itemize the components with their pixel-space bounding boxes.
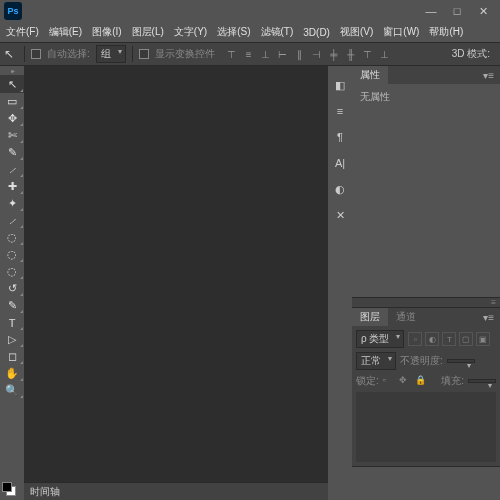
align-top-icon[interactable]: ⊤ [225,47,239,61]
tool-column: ↖ ▭ ✥ ✄ ✎ ⟋ ✚ ✦ ⟋ ◌ ◌ ◌ ↺ ✎ T ▷ ◻ ✋ 🔍 [0,66,24,500]
minimize-button[interactable]: — [418,2,444,20]
crop-tool[interactable]: ✄ [0,127,24,144]
auto-select-label: 自动选择: [47,47,90,61]
maximize-button[interactable]: □ [444,2,470,20]
filter-shape-icon[interactable]: ▢ [459,332,473,346]
align-right-icon[interactable]: ⊣ [310,47,324,61]
align-left-icon[interactable]: ⊢ [276,47,290,61]
layers-menu-icon[interactable]: ▾≡ [477,312,500,323]
panel-icon-1[interactable]: ◧ [328,74,352,96]
menu-help[interactable]: 帮助(H) [425,23,467,41]
distribute-bottom-icon[interactable]: ⊥ [378,47,392,61]
show-transform-checkbox[interactable] [139,49,149,59]
brush-tool[interactable]: ✚ [0,178,24,195]
menu-image[interactable]: 图像(I) [88,23,125,41]
timeline-panel[interactable]: 时间轴 [24,482,328,500]
auto-select-dropdown[interactable]: 组 [96,45,126,63]
menubar: 文件(F) 编辑(E) 图像(I) 图层(L) 文字(Y) 选择(S) 滤镜(T… [0,22,500,42]
menu-file[interactable]: 文件(F) [2,23,43,41]
align-vcenter-icon[interactable]: ≡ [242,47,256,61]
lock-all-icon[interactable]: 🔒 [415,375,428,388]
show-transform-label: 显示变换控件 [155,47,215,61]
eraser-tool[interactable]: ◌ [0,229,24,246]
marquee-tool[interactable]: ▭ [0,93,24,110]
fill-label: 填充: [441,374,464,388]
filter-pixel-icon[interactable]: ▫ [408,332,422,346]
channels-tab[interactable]: 通道 [388,308,424,326]
lasso-tool[interactable]: ✥ [0,110,24,127]
type-tool[interactable]: T [0,314,24,331]
align-buttons: ⊤ ≡ ⊥ ⊢ ∥ ⊣ ╪ ╫ ⊤ ⊥ [225,47,392,61]
app-logo: Ps [4,2,22,20]
lock-position-icon[interactable]: ✥ [399,375,412,388]
menu-window[interactable]: 窗口(W) [379,23,423,41]
distribute-top-icon[interactable]: ⊤ [361,47,375,61]
blend-mode-dropdown[interactable]: 正常 [356,352,396,370]
canvas-area: 时间轴 [24,66,328,500]
zoom-tool[interactable]: 🔍 [0,382,24,399]
dodge-tool[interactable]: ↺ [0,280,24,297]
layer-kind-dropdown[interactable]: ρ 类型 [356,330,404,348]
fill-field[interactable] [468,379,496,383]
properties-body: 无属性 [352,84,500,297]
stamp-tool[interactable]: ✦ [0,195,24,212]
filter-type-icon[interactable]: T [442,332,456,346]
healing-tool[interactable]: ⟋ [0,161,24,178]
gradient-tool[interactable]: ◌ [0,246,24,263]
panel-icon-strip: ◧ ≡ ¶ A| ◐ ✕ [328,66,352,500]
opacity-field[interactable] [447,359,475,363]
layers-list[interactable] [356,392,496,462]
distribute-h-icon[interactable]: ╪ [327,47,341,61]
lock-label: 锁定: [356,374,379,388]
properties-menu-icon[interactable]: ▾≡ [477,70,500,81]
distribute-v-icon[interactable]: ╫ [344,47,358,61]
history-brush-tool[interactable]: ⟋ [0,212,24,229]
align-hcenter-icon[interactable]: ∥ [293,47,307,61]
canvas[interactable] [24,66,328,482]
lock-pixels-icon[interactable]: ▫ [383,375,396,388]
shape-tool[interactable]: ◻ [0,348,24,365]
properties-panel: 属性 ▾≡ 无属性 [352,66,500,308]
titlebar: Ps — □ ✕ [0,0,500,22]
menu-filter[interactable]: 滤镜(T) [257,23,298,41]
panel-icon-4[interactable]: A| [328,152,352,174]
panel-icon-3[interactable]: ¶ [328,126,352,148]
menu-layer[interactable]: 图层(L) [128,23,168,41]
layers-tab[interactable]: 图层 [352,308,388,326]
opacity-label: 不透明度: [400,354,443,368]
foreground-color[interactable] [2,482,12,492]
move-tool-icon[interactable]: ↖ [4,47,18,61]
color-swatches[interactable] [0,478,24,500]
properties-footer [352,297,500,307]
hand-tool[interactable]: ✋ [0,365,24,382]
menu-3d[interactable]: 3D(D) [299,25,334,40]
eyedropper-tool[interactable]: ✎ [0,144,24,161]
panel-icon-2[interactable]: ≡ [328,100,352,122]
properties-tab[interactable]: 属性 [352,66,388,84]
options-bar: ↖ 自动选择: 组 显示变换控件 ⊤ ≡ ⊥ ⊢ ∥ ⊣ ╪ ╫ ⊤ ⊥ 3D … [0,42,500,66]
menu-select[interactable]: 选择(S) [213,23,254,41]
panel-icon-5[interactable]: ◐ [328,178,352,200]
filter-smart-icon[interactable]: ▣ [476,332,490,346]
tool-column-collapse[interactable] [0,66,24,76]
align-bottom-icon[interactable]: ⊥ [259,47,273,61]
menu-edit[interactable]: 编辑(E) [45,23,86,41]
3d-mode-label: 3D 模式: [452,47,496,61]
move-tool[interactable]: ↖ [0,76,24,93]
menu-view[interactable]: 视图(V) [336,23,377,41]
layers-panel: 图层 通道 ▾≡ ρ 类型 ▫ ◐ T ▢ ▣ [352,308,500,467]
close-button[interactable]: ✕ [470,2,496,20]
path-select-tool[interactable]: ▷ [0,331,24,348]
blur-tool[interactable]: ◌ [0,263,24,280]
filter-adjust-icon[interactable]: ◐ [425,332,439,346]
menu-type[interactable]: 文字(Y) [170,23,211,41]
auto-select-checkbox[interactable] [31,49,41,59]
pen-tool[interactable]: ✎ [0,297,24,314]
panel-icon-6[interactable]: ✕ [328,204,352,226]
